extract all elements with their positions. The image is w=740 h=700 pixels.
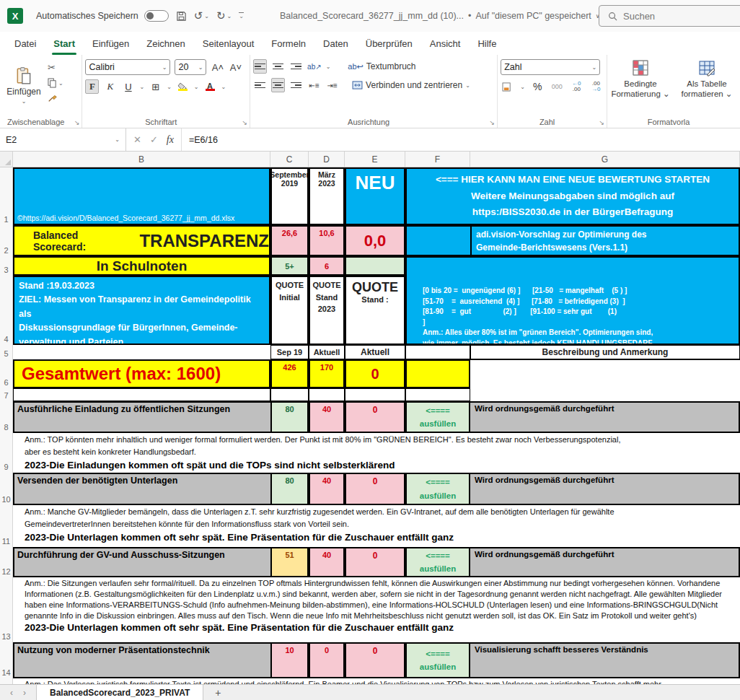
format-as-table-button[interactable]: Als Tabelle formatieren ⌄ xyxy=(677,59,737,115)
saved-status[interactable]: Auf "diesem PC" gespeichert xyxy=(475,11,591,21)
select-all-corner[interactable] xyxy=(0,152,13,167)
merge-center-chevron[interactable]: ⌄ xyxy=(465,82,470,89)
cell-d1[interactable]: März 2023 xyxy=(309,167,345,225)
tab-hilfe[interactable]: Hilfe xyxy=(469,34,505,53)
cell-c7[interactable] xyxy=(270,388,309,401)
note-row[interactable]: Anm.: Manche GV-Mitglieder bemängeln, da… xyxy=(13,505,740,547)
percent-style-button[interactable]: % xyxy=(531,79,545,94)
cell-c3[interactable]: 5+ xyxy=(270,256,309,276)
fill-hint-cell[interactable]: <==== ausfüllen xyxy=(405,547,470,577)
copy-button[interactable]: ⌄ xyxy=(48,78,63,88)
cell-b7[interactable] xyxy=(13,388,270,401)
cell-f2[interactable] xyxy=(405,225,470,256)
cell-d3[interactable]: 6 xyxy=(309,256,345,276)
cell-e2[interactable]: 0,0 xyxy=(345,225,405,256)
cell-d7[interactable] xyxy=(309,388,345,401)
cell-e5[interactable]: Aktuell xyxy=(345,345,405,359)
cell-e1[interactable]: NEU xyxy=(345,167,405,225)
undo-button[interactable]: ↺⌄ xyxy=(194,9,209,22)
cell-b3[interactable]: In Schulnoten xyxy=(13,256,270,276)
row-header-13[interactable]: 13 xyxy=(0,577,13,642)
row-header-3[interactable]: 3 xyxy=(0,256,13,276)
item-value-initial[interactable]: 10 xyxy=(270,642,309,678)
column-header-g[interactable]: G xyxy=(470,152,740,167)
name-box[interactable]: E2 ⌄ xyxy=(0,128,126,151)
cut-button[interactable]: ✂ xyxy=(48,62,63,73)
row-header-7[interactable]: 7 xyxy=(0,388,13,401)
item-row-title[interactable]: Ausführliche Einladung zu öffentlichen S… xyxy=(13,401,270,433)
comma-style-button[interactable]: 000 xyxy=(550,79,564,94)
font-color-chevron[interactable]: ⌄ xyxy=(221,84,226,90)
cell-b2[interactable]: Balanced Scorecard: TRANSPARENZ xyxy=(13,225,270,256)
number-dialog-launcher-icon[interactable]: ↘ xyxy=(599,119,604,126)
cell-b5[interactable] xyxy=(13,345,270,359)
underline-button[interactable]: U xyxy=(121,79,135,94)
column-header-c[interactable]: C xyxy=(270,152,309,167)
merge-center-button[interactable]: Verbinden und zentrieren ⌄ xyxy=(352,80,470,90)
sheet-nav-left-icon[interactable]: ‹ xyxy=(10,688,13,698)
item-value-neu[interactable]: 0 xyxy=(345,547,405,577)
cell-f5[interactable] xyxy=(405,345,470,359)
insert-function-icon[interactable]: fx xyxy=(167,134,174,146)
item-row-note[interactable]: Wird ordnungsgemäß durchgeführt xyxy=(470,401,740,433)
cell-c1[interactable]: September 2019 xyxy=(270,167,309,225)
cell-b1[interactable]: ©https://adi.vision/D/Balanced_Scorecard… xyxy=(13,167,270,225)
redo-button[interactable]: ↻⌄ xyxy=(216,9,232,22)
cell-d6[interactable]: 170 xyxy=(309,359,345,388)
cell-e6[interactable]: 0 xyxy=(345,359,405,388)
borders-chevron[interactable]: ⌄ xyxy=(167,84,172,90)
cell-g2[interactable]: adi.vision-Vorschlag zur Optimierung des… xyxy=(470,225,740,256)
accounting-chevron[interactable]: ⌄ xyxy=(520,84,525,90)
add-sheet-button[interactable]: + xyxy=(215,687,221,699)
fill-hint-cell[interactable]: <==== ausfüllen xyxy=(405,642,470,678)
cell-d2[interactable]: 10,6 xyxy=(309,225,345,256)
row-header-1[interactable]: 1 xyxy=(0,167,13,225)
tab-formeln[interactable]: Formeln xyxy=(263,34,314,53)
cell-c5[interactable]: Sep 19 xyxy=(270,345,309,359)
item-value-stand[interactable]: 0 xyxy=(309,642,345,678)
cell-f7[interactable] xyxy=(405,388,470,401)
orientation-button[interactable]: ab↗ xyxy=(307,59,322,74)
italic-button[interactable]: K xyxy=(103,79,117,94)
tab-datei[interactable]: Datei xyxy=(6,34,45,53)
font-color-button[interactable]: A xyxy=(203,79,217,94)
item-value-stand[interactable]: 40 xyxy=(309,473,345,505)
cancel-formula-icon[interactable]: ✕ xyxy=(133,134,141,145)
tab-start[interactable]: Start xyxy=(45,34,84,53)
cell-g4[interactable]: [0 bis 20 = ungenügend (6) ] [21-50 = ma… xyxy=(405,276,740,345)
row-header-14[interactable]: 14 xyxy=(0,642,13,678)
column-header-e[interactable]: E xyxy=(345,152,405,167)
row-header-4[interactable]: 4 xyxy=(0,276,13,345)
item-value-neu[interactable]: 0 xyxy=(345,401,405,433)
cell-d5[interactable]: Aktuell xyxy=(309,345,345,359)
workbook-url[interactable]: ©https://adi.vision/D/Balanced_Scorecard… xyxy=(17,214,234,222)
item-value-stand[interactable]: 40 xyxy=(309,547,345,577)
align-middle-button[interactable] xyxy=(271,59,285,74)
row-header-5[interactable]: 5 xyxy=(0,345,13,359)
row-header-2[interactable]: 2 xyxy=(0,225,13,256)
font-dialog-launcher-icon[interactable]: ↘ xyxy=(242,119,248,126)
decrease-decimal-button[interactable]: .00→0 xyxy=(589,79,603,94)
item-value-initial[interactable]: 51 xyxy=(270,547,309,577)
align-bottom-button[interactable] xyxy=(289,59,303,74)
cell-c2[interactable]: 26,6 xyxy=(270,225,309,256)
sheet-tab-active[interactable]: BalancedScorecard_2023_PRIVAT xyxy=(36,685,203,700)
orientation-chevron[interactable]: ⌄ xyxy=(326,64,331,70)
clipboard-dialog-launcher-icon[interactable]: ↘ xyxy=(74,119,80,126)
fill-color-chevron[interactable]: ⌄ xyxy=(194,84,199,90)
item-row-title[interactable]: Durchführung der GV-und Ausschuss-Sitzun… xyxy=(13,547,270,577)
item-row-note[interactable]: Wird ordnungsgemäß durchgeführt xyxy=(470,473,740,505)
increase-indent-button[interactable]: ⇥≡ xyxy=(325,78,339,92)
cell-g5[interactable]: Beschreibung und Anmerkung xyxy=(470,345,740,359)
item-value-stand[interactable]: 40 xyxy=(309,401,345,433)
conditional-formatting-button[interactable]: Bedingte Formatierung ⌄ xyxy=(610,59,671,115)
row-header-10[interactable]: 10 xyxy=(0,473,13,505)
cell-f1-banner[interactable]: <=== HIER KANN MAN EINE NEUE BEWERTUNG S… xyxy=(405,167,740,225)
fill-color-button[interactable] xyxy=(176,79,190,94)
underline-chevron[interactable]: ⌄ xyxy=(139,84,144,90)
column-header-b[interactable]: B xyxy=(13,152,270,167)
borders-button[interactable]: ⊞ xyxy=(149,79,162,94)
tab-ansicht[interactable]: Ansicht xyxy=(421,34,470,53)
cell-e3[interactable] xyxy=(345,256,405,276)
item-value-neu[interactable]: 0 xyxy=(345,642,405,678)
